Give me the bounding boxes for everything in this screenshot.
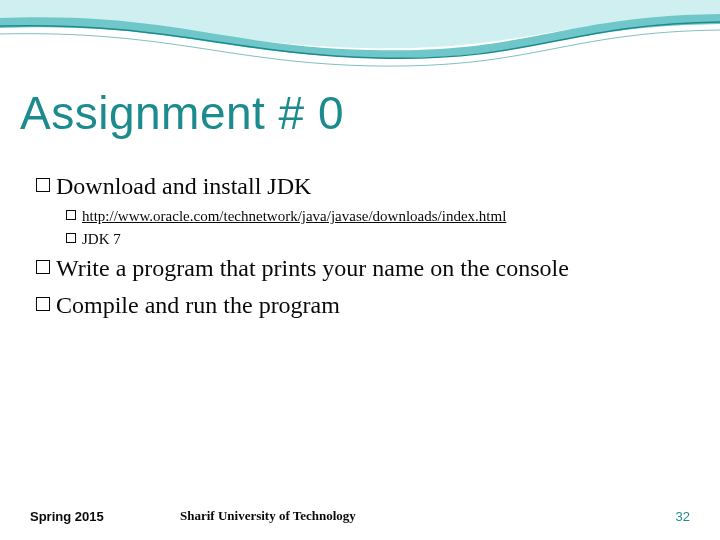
- footer-institution: Sharif University of Technology: [180, 508, 356, 524]
- bullet-item: Compile and run the program: [36, 289, 684, 321]
- square-bullet-icon: [36, 260, 50, 274]
- bullet-subitem: http://www.oracle.com/technetwork/java/j…: [66, 206, 684, 227]
- page-number: 32: [676, 509, 690, 524]
- decorative-wave: [0, 0, 720, 70]
- bullet-text: Download and install JDK: [56, 170, 311, 202]
- bullet-item: Download and install JDK: [36, 170, 684, 202]
- body-content: Download and install JDK http://www.orac…: [36, 170, 684, 325]
- slide: Assignment # 0 Download and install JDK …: [0, 0, 720, 540]
- square-bullet-icon: [36, 178, 50, 192]
- square-bullet-icon: [66, 233, 76, 243]
- slide-footer: Spring 2015 32: [0, 509, 720, 524]
- square-bullet-icon: [36, 297, 50, 311]
- bullet-link-text[interactable]: http://www.oracle.com/technetwork/java/j…: [82, 206, 506, 227]
- wave-svg: [0, 0, 720, 70]
- bullet-text: JDK 7: [82, 229, 121, 250]
- footer-term: Spring 2015: [30, 509, 104, 524]
- slide-title: Assignment # 0: [20, 86, 344, 140]
- bullet-text: Write a program that prints your name on…: [56, 252, 569, 284]
- bullet-text: Compile and run the program: [56, 289, 340, 321]
- bullet-item: Write a program that prints your name on…: [36, 252, 684, 284]
- bullet-subitem: JDK 7: [66, 229, 684, 250]
- square-bullet-icon: [66, 210, 76, 220]
